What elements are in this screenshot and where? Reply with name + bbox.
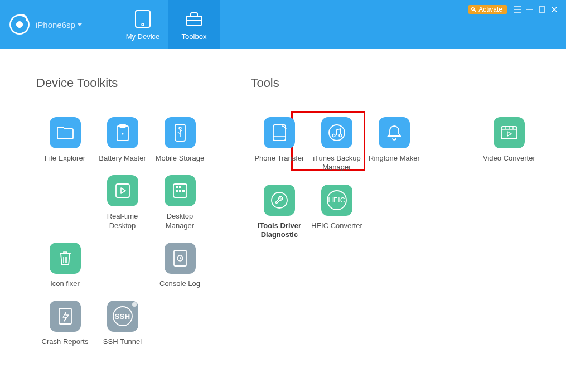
play-icon: [107, 175, 138, 206]
svg-rect-2: [136, 11, 150, 27]
tile-heic-converter[interactable]: HEIC HEIC Converter: [308, 185, 365, 240]
ssh-icon: SSH: [107, 301, 138, 332]
header-left: iPhone6sp: [0, 0, 117, 49]
svg-point-48: [327, 191, 346, 210]
tile-realtime-desktop[interactable]: Real-time Desktop: [94, 175, 151, 230]
tile-label: Ringtone Maker: [369, 154, 420, 163]
svg-rect-24: [176, 186, 178, 188]
wrench-icon: [264, 185, 295, 216]
tab-label: My Device: [126, 32, 160, 41]
svg-point-21: [179, 127, 181, 129]
tools-grid: Phone Transfer iTunes Backup Manager Rin…: [250, 117, 566, 251]
section-title: Device Toolkits: [36, 76, 250, 90]
tile-label: Phone Transfer: [254, 154, 304, 163]
svg-rect-26: [176, 190, 178, 192]
svg-point-38: [113, 307, 132, 326]
tile-file-explorer[interactable]: File Explorer: [36, 117, 94, 163]
main-content: Device Toolkits File Explorer Battery Ma…: [0, 49, 566, 359]
activate-button[interactable]: Activate: [468, 5, 507, 14]
svg-rect-39: [273, 125, 286, 141]
window-controls: Activate: [463, 0, 566, 19]
toolbox-icon: [184, 9, 204, 29]
tile-label: Mobile Storage: [156, 154, 204, 163]
close-icon[interactable]: [548, 3, 560, 16]
tile-itunes-backup-manager[interactable]: iTunes Backup Manager: [308, 117, 365, 172]
tile-label: Battery Master: [99, 154, 146, 163]
section-tools: Tools Phone Transfer iTunes Backup Manag…: [250, 76, 566, 359]
device-name-label: iPhone6sp: [36, 20, 75, 30]
trash-icon: [50, 243, 81, 274]
svg-line-36: [180, 258, 182, 259]
maximize-icon[interactable]: [536, 3, 548, 16]
svg-rect-37: [59, 308, 71, 324]
tile-label: Console Log: [159, 279, 200, 288]
tile-label: Real-time Desktop: [96, 212, 149, 230]
svg-point-18: [122, 133, 123, 135]
device-selector[interactable]: iPhone6sp: [36, 20, 82, 30]
svg-rect-25: [179, 186, 181, 188]
tile-icon-fixer[interactable]: Icon fixer: [36, 243, 94, 288]
minimize-icon[interactable]: [524, 3, 536, 16]
heic-icon: HEIC: [321, 185, 352, 216]
tablet-icon: [133, 9, 153, 29]
svg-rect-22: [116, 184, 129, 197]
menu-icon[interactable]: [511, 3, 524, 16]
tab-label: Toolbox: [182, 32, 207, 41]
app-logo-icon: [8, 13, 31, 36]
header-bar: iPhone6sp My Device Toolbox: [0, 0, 566, 49]
music-note-icon: [321, 117, 352, 148]
svg-point-1: [16, 21, 23, 28]
tile-ringtone-maker[interactable]: Ringtone Maker: [365, 117, 423, 172]
tile-mobile-storage[interactable]: Mobile Storage: [151, 117, 209, 163]
tile-battery-master[interactable]: Battery Master: [94, 117, 151, 163]
tile-label: SSH Tunnel: [103, 337, 142, 346]
usb-phone-icon: [165, 117, 196, 148]
tile-label: Desktop Manager: [153, 212, 207, 230]
tab-bar: My Device Toolbox: [117, 0, 220, 49]
tile-desktop-manager[interactable]: Desktop Manager: [151, 175, 209, 230]
svg-rect-28: [182, 190, 185, 192]
activate-label: Activate: [478, 6, 502, 13]
tile-phone-transfer[interactable]: Phone Transfer: [250, 117, 308, 172]
tile-label: Crash Reports: [42, 337, 89, 346]
tile-label: File Explorer: [45, 154, 85, 163]
tile-ssh-tunnel[interactable]: SSH SSH Tunnel: [94, 301, 151, 346]
svg-rect-27: [179, 190, 181, 192]
tab-toolbox[interactable]: Toolbox: [168, 0, 220, 49]
bell-icon: [379, 117, 410, 148]
crash-icon: [50, 301, 81, 332]
clipboard-icon: [107, 117, 138, 148]
tile-label: iTools Driver Diagnostic: [253, 221, 306, 240]
tile-video-converter[interactable]: Video Converter: [480, 117, 538, 172]
svg-rect-13: [539, 7, 545, 12]
tile-label: Icon fixer: [50, 279, 80, 288]
section-device-toolkits: Device Toolkits File Explorer Battery Ma…: [36, 76, 250, 359]
tile-label: iTunes Backup Manager: [310, 154, 364, 172]
log-icon: [165, 243, 196, 274]
svg-line-8: [475, 10, 476, 11]
tile-label: HEIC Converter: [311, 221, 362, 230]
tile-itools-driver-diagnostic[interactable]: iTools Driver Diagnostic: [250, 185, 308, 240]
video-icon: [494, 117, 525, 148]
tile-crash-reports[interactable]: Crash Reports: [36, 301, 94, 346]
apps-grid-icon: [165, 175, 196, 206]
tab-my-device[interactable]: My Device: [117, 0, 168, 49]
key-icon: [471, 7, 477, 13]
folder-icon: [50, 117, 81, 148]
device-toolkits-grid: File Explorer Battery Master Mobile Stor…: [36, 117, 250, 359]
caret-down-icon: [78, 23, 82, 26]
phone-transfer-icon: [264, 117, 295, 148]
svg-point-3: [142, 23, 144, 26]
tile-label: Video Converter: [483, 154, 535, 163]
tile-console-log[interactable]: Console Log: [151, 243, 209, 288]
section-title: Tools: [250, 76, 566, 90]
